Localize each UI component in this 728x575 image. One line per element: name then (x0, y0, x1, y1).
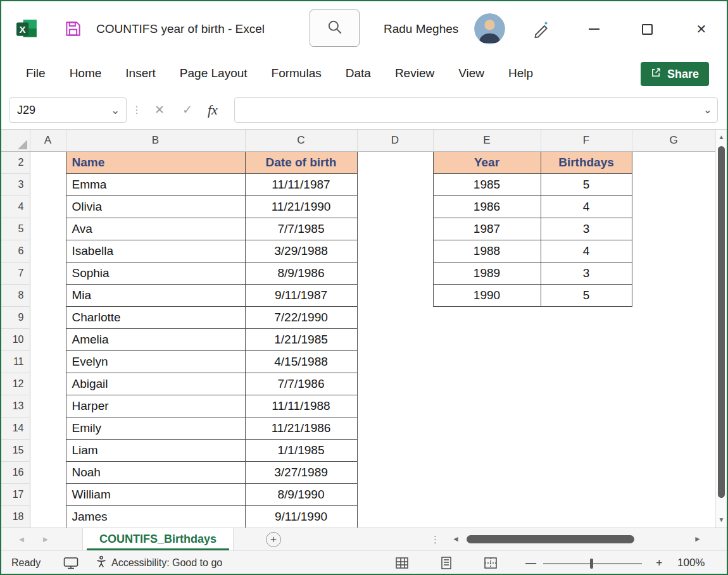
cell-D11[interactable] (357, 350, 433, 373)
formula-input[interactable]: ⌄ (234, 97, 718, 123)
tab-bar-drag-handle[interactable]: ⋮ (430, 528, 440, 550)
cell-E9[interactable] (433, 306, 541, 328)
cell-B5[interactable]: Ava (66, 218, 245, 240)
cell-G13[interactable] (632, 395, 715, 417)
tab-file[interactable]: File (14, 57, 58, 90)
cell-E6[interactable]: 1988 (433, 240, 541, 262)
row-header-10[interactable]: 10 (1, 328, 30, 350)
cell-C5[interactable]: 7/7/1985 (245, 218, 357, 240)
vertical-scrollbar-thumb[interactable] (718, 146, 725, 498)
cell-A16[interactable] (30, 461, 66, 483)
cell-E18[interactable] (433, 505, 541, 528)
row-header-16[interactable]: 16 (1, 461, 30, 483)
cell-D2[interactable] (357, 151, 433, 173)
cell-G11[interactable] (632, 350, 715, 373)
cell-A17[interactable] (30, 483, 66, 505)
cell-D15[interactable] (357, 439, 433, 461)
column-header-D[interactable]: D (357, 130, 433, 151)
tab-help[interactable]: Help (496, 57, 545, 90)
cancel-icon[interactable]: ✕ (154, 91, 165, 129)
cell-D18[interactable] (357, 505, 433, 528)
column-header-B[interactable]: B (66, 130, 245, 151)
cell-G6[interactable] (632, 240, 715, 262)
cell-F15[interactable] (541, 439, 632, 461)
scroll-up-icon[interactable]: ▲ (716, 131, 727, 144)
cell-G2[interactable] (632, 151, 715, 173)
tab-page-layout[interactable]: Page Layout (168, 57, 260, 90)
cell-D16[interactable] (357, 461, 433, 483)
cell-C17[interactable]: 8/9/1990 (245, 483, 357, 505)
page-break-preview-icon[interactable] (484, 556, 498, 572)
cell-F5[interactable]: 3 (541, 218, 632, 240)
cell-D12[interactable] (357, 373, 433, 395)
cell-E16[interactable] (433, 461, 541, 483)
cell-E5[interactable]: 1987 (433, 218, 541, 240)
cell-E12[interactable] (433, 373, 541, 395)
cell-G17[interactable] (632, 483, 715, 505)
row-header-5[interactable]: 5 (1, 218, 30, 240)
tab-data[interactable]: Data (334, 57, 383, 90)
cell-E17[interactable] (433, 483, 541, 505)
cell-A18[interactable] (30, 505, 66, 528)
scroll-right-icon[interactable]: ► (694, 528, 701, 550)
cell-C2[interactable]: Date of birth (245, 151, 357, 173)
formula-bar-drag-handle[interactable]: ⋮ (132, 91, 142, 129)
cell-A9[interactable] (30, 306, 66, 328)
page-layout-view-icon[interactable] (439, 556, 453, 572)
row-header-7[interactable]: 7 (1, 262, 30, 284)
cell-G8[interactable] (632, 284, 715, 306)
cell-G4[interactable] (632, 195, 715, 218)
row-header-13[interactable]: 13 (1, 395, 30, 417)
cell-D5[interactable] (357, 218, 433, 240)
cell-F9[interactable] (541, 306, 632, 328)
cell-A8[interactable] (30, 284, 66, 306)
new-sheet-button[interactable]: + (266, 532, 281, 547)
row-header-6[interactable]: 6 (1, 240, 30, 262)
share-button[interactable]: Share (641, 62, 709, 86)
pen-icon[interactable] (532, 20, 551, 39)
cell-E13[interactable] (433, 395, 541, 417)
sheet-tab-countifs-birthdays[interactable]: COUNTIFS_Birthdays (82, 528, 234, 550)
cell-A12[interactable] (30, 373, 66, 395)
cell-B11[interactable]: Evelyn (66, 350, 245, 373)
scroll-down-icon[interactable]: ▼ (716, 514, 727, 526)
cell-E15[interactable] (433, 439, 541, 461)
cell-F3[interactable]: 5 (541, 173, 632, 195)
cell-B3[interactable]: Emma (66, 173, 245, 195)
cell-E3[interactable]: 1985 (433, 173, 541, 195)
row-header-17[interactable]: 17 (1, 483, 30, 505)
expand-formula-bar-icon[interactable]: ⌄ (703, 98, 712, 122)
cell-B13[interactable]: Harper (66, 395, 245, 417)
cell-D7[interactable] (357, 262, 433, 284)
cell-F7[interactable]: 3 (541, 262, 632, 284)
cell-G10[interactable] (632, 328, 715, 350)
cell-E7[interactable]: 1989 (433, 262, 541, 284)
row-header-12[interactable]: 12 (1, 373, 30, 395)
column-header-A[interactable]: A (30, 130, 66, 151)
row-header-15[interactable]: 15 (1, 439, 30, 461)
cell-A5[interactable] (30, 218, 66, 240)
cell-C3[interactable]: 11/11/1987 (245, 173, 357, 195)
row-header-9[interactable]: 9 (1, 306, 30, 328)
cell-C18[interactable]: 9/11/1990 (245, 505, 357, 528)
cell-A4[interactable] (30, 195, 66, 218)
cell-C10[interactable]: 1/21/1985 (245, 328, 357, 350)
cell-D14[interactable] (357, 417, 433, 439)
cell-A15[interactable] (30, 439, 66, 461)
cell-F18[interactable] (541, 505, 632, 528)
cell-C13[interactable]: 11/11/1988 (245, 395, 357, 417)
vertical-scrollbar[interactable]: ▲ ▼ (715, 130, 727, 528)
cell-F11[interactable] (541, 350, 632, 373)
cell-E10[interactable] (433, 328, 541, 350)
macro-record-icon[interactable] (63, 557, 78, 572)
previous-sheet-icon[interactable]: ◄ (13, 528, 30, 550)
zoom-slider-thumb[interactable] (590, 559, 593, 569)
cell-D4[interactable] (357, 195, 433, 218)
cell-G7[interactable] (632, 262, 715, 284)
cell-B14[interactable]: Emily (66, 417, 245, 439)
cell-C11[interactable]: 4/15/1988 (245, 350, 357, 373)
cell-C4[interactable]: 11/21/1990 (245, 195, 357, 218)
cell-G5[interactable] (632, 218, 715, 240)
select-all-button[interactable] (1, 130, 30, 151)
zoom-out-button[interactable]: — (525, 551, 536, 575)
